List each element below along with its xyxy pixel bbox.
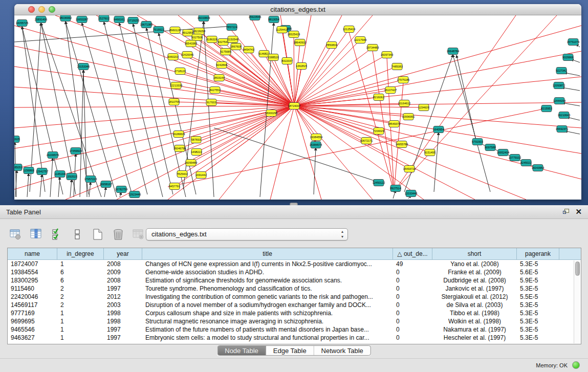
graph-node[interactable]: 16648784 [447,48,459,55]
table-scrollbar[interactable] [574,260,581,343]
table-cell[interactable]: Genome-wide association studies in ADHD. [142,268,393,276]
table-cell[interactable]: 9463627 [8,334,57,342]
table-cell[interactable]: Investigating the contribution of common… [142,293,393,301]
graph-node[interactable]: 1498222 [191,149,202,156]
graph-node[interactable]: 12125419 [343,26,355,33]
column-header-year[interactable]: year [104,248,142,260]
show-column-icon[interactable] [30,228,43,241]
graph-node[interactable]: 1585051 [14,164,23,171]
graph-node[interactable]: 7850833 [326,42,337,49]
graph-node[interactable]: 11254419 [276,27,288,33]
graph-node[interactable]: 2320605 [14,136,20,143]
graph-edge[interactable] [294,106,321,200]
graph-edge[interactable] [294,97,379,106]
graph-edge[interactable] [175,106,294,186]
graph-node[interactable]: 20153346 [77,63,90,70]
graph-edge[interactable] [294,106,366,141]
table-cell[interactable]: 1 [57,317,104,325]
graph-edge[interactable] [40,174,42,197]
graph-node[interactable]: 9360203 [167,54,178,60]
graph-edge[interactable] [214,128,376,181]
table-cell[interactable]: 0 [393,317,432,325]
table-cell[interactable]: 2 [57,293,104,301]
delete-table-icon[interactable] [132,228,145,241]
table-cell[interactable]: 1998 [104,317,142,325]
table-cell[interactable]: Changes of HCN gene expression and I(f) … [142,260,393,268]
graph-edge[interactable] [294,15,342,106]
graph-node[interactable]: 16046798 [173,145,186,152]
graph-node[interactable]: 8912955 [182,30,193,36]
graph-node[interactable]: 16097343 [381,52,393,58]
graph-node[interactable]: 7857224 [226,24,237,31]
graph-node[interactable]: 8186328 [206,36,217,43]
table-source-dropdown[interactable]: citations_edges.txt ▴▾ [146,228,348,240]
graph-node[interactable]: 17957223 [84,176,97,183]
table-cell[interactable]: Yano et al. (2008) [432,260,517,268]
graph-node[interactable]: 10672171 [360,138,373,144]
graph-edge[interactable] [562,87,580,91]
table-cell[interactable]: 1997 [104,334,142,342]
graph-edge[interactable] [294,34,294,106]
graph-edge[interactable] [294,106,394,124]
graph-edge[interactable] [434,133,439,192]
graph-edge[interactable] [294,26,581,106]
graph-node[interactable]: 17975185 [397,77,409,83]
graph-node[interactable]: 9327508 [191,34,202,41]
graph-edge[interactable] [14,106,294,107]
graph-node[interactable]: 9097588 [485,144,495,151]
tab-node-table[interactable]: Node Table [217,346,266,356]
graph-node[interactable]: 1362815 [296,63,307,70]
graph-node[interactable]: 8215953 [541,105,552,112]
graph-edge[interactable] [50,158,53,197]
table-cell[interactable]: Structural magnetic resonance image aver… [142,317,393,325]
graph-node[interactable]: 917003 [206,99,216,106]
graph-node[interactable]: 15384574 [310,142,322,148]
table-row[interactable]: 969969511998Structural magnetic resonanc… [8,317,581,325]
table-cell[interactable]: 0 [393,309,432,317]
graph-node[interactable]: 9242848 [216,62,227,69]
graph-node[interactable]: 8813054 [268,16,279,23]
graph-node[interactable]: 19734483 [366,45,379,51]
graph-node[interactable]: 18036992 [59,15,72,21]
graph-node[interactable]: 9329966 [562,54,573,61]
graph-node[interactable]: 16107427 [384,87,397,94]
table-cell[interactable]: 2008 [104,260,142,268]
graph-node[interactable]: 1640954 [433,126,444,133]
tab-edge-table[interactable]: Edge Table [266,346,314,356]
graph-node[interactable]: 10653287 [76,16,88,23]
graph-edge[interactable] [119,23,163,197]
graph-edge[interactable] [120,192,121,197]
graph-edge[interactable] [14,26,294,106]
graph-edge[interactable] [294,40,360,106]
table-settings-icon[interactable] [9,228,23,241]
graph-node[interactable]: 1154609 [418,104,429,111]
table-cell[interactable]: Wolkin et al. (1998) [432,317,517,325]
table-cell[interactable]: 5.3E-5 [517,309,559,317]
table-cell[interactable]: Hescheler et al. (1997) [432,334,517,342]
column-header-in_degree[interactable]: in_degree [57,248,104,260]
table-cell[interactable]: 0 [393,285,432,293]
graph-node[interactable]: 10719155 [127,17,139,24]
graph-node[interactable]: 19384554 [310,134,322,141]
table-cell[interactable]: Franke et al. (2009) [432,268,517,276]
table-cell[interactable]: Nakamura et al. (1997) [432,325,517,334]
table-cell[interactable]: 5.3E-5 [517,301,559,309]
table-row[interactable]: 946362711997Embryonic stem cells: a mode… [8,334,581,342]
table-cell[interactable]: Estimation of significance thresholds fo… [142,276,393,285]
column-header-title[interactable]: title [142,248,393,260]
graph-edge[interactable] [66,21,89,194]
table-cell[interactable]: 14569117 [8,301,57,309]
select-columns-icon[interactable] [50,228,63,241]
table-cell[interactable]: 0 [393,276,432,285]
graph-node[interactable]: 14055725 [16,20,28,27]
table-row[interactable]: 1830029562008Estimation of significance … [8,276,581,285]
table-cell[interactable]: 2003 [104,301,142,309]
table-cell[interactable]: 5.3E-5 [517,317,559,325]
table-row[interactable]: 2242004622012Investigating the contribut… [8,293,581,301]
delete-column-icon[interactable] [112,228,125,241]
graph-edge[interactable] [270,106,294,200]
graph-edge[interactable] [394,83,403,192]
table-row[interactable]: 977716911998Corpus callosum shape and si… [8,309,581,317]
graph-node[interactable]: 20206576 [47,152,59,159]
table-cell[interactable]: 2 [57,285,104,293]
